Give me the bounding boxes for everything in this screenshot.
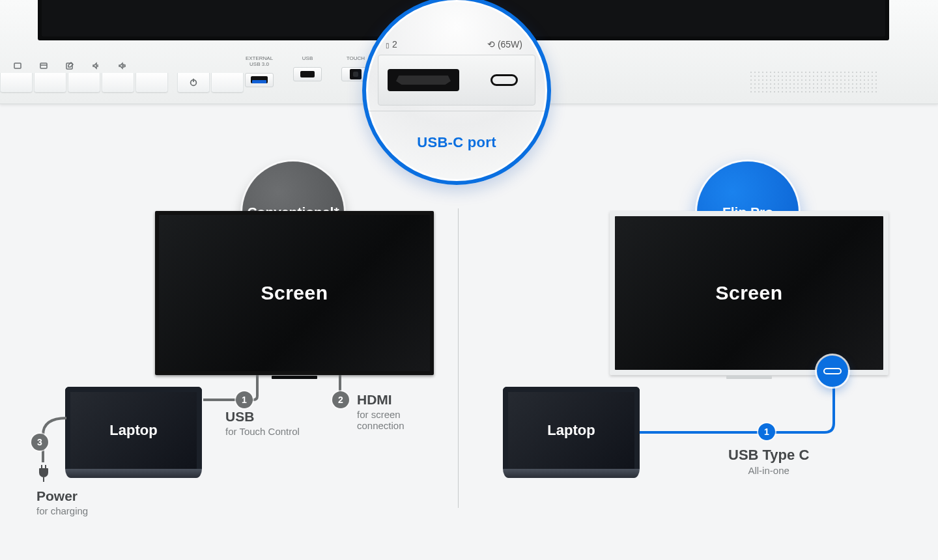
screen-label: Screen [261,282,328,304]
screen-label: Screen [715,282,782,304]
conventional-screen: Screen [155,211,434,375]
callout-title: Power [36,488,88,504]
callout-sub: for Touch Control [225,426,300,437]
hdmi-port-icon [388,69,459,91]
port-external-usb: EXTERNAL USB 3.0 [245,56,274,87]
laptop-label: Laptop [547,422,595,439]
power-button[interactable] [177,73,210,92]
edit-icon [65,61,74,70]
hdmi-callout: HDMI for screen connection [357,392,405,431]
svg-rect-0 [14,63,21,68]
power-icon [189,77,198,87]
front-button[interactable] [34,73,66,92]
step-dot-hdmi: 2 [332,391,349,408]
port-usb: USB [293,56,322,87]
callout-sub: for screen connection [357,409,405,431]
window-icon [39,61,48,70]
comparison-divider [458,208,459,508]
front-button[interactable] [68,73,100,92]
callout-title: USB Type C [728,447,809,464]
step-dot-power: 3 [31,434,48,451]
port-label: EXTERNAL USB 3.0 [246,56,273,68]
usbc-callout: USB Type C All-in-one [728,447,809,476]
usbc-port-icon [490,74,518,86]
front-port-strip: EXTERNAL USB 3.0 USB TOUCH [245,56,370,87]
magnified-port-panel [378,55,535,105]
volume-up-icon [117,61,126,70]
port-label: TOUCH [347,56,365,62]
speaker-grille [749,70,879,94]
power-plug-icon [36,464,51,486]
laptop-base [503,469,640,478]
usbc-slot-icon [823,368,842,374]
mag-annotation-left: ▯ 2 [386,39,397,49]
usbc-jack-icon [817,356,848,387]
screen-icon [13,61,22,70]
touch-port-icon [350,69,362,79]
flip-pro-screen: Screen [610,211,888,375]
usbc-port-label: USB-C port [366,134,547,151]
flip-pro-cable-line [625,362,847,453]
mag-annotation-right: ⟲ (65W) [487,39,522,49]
front-button-row [0,73,244,92]
usb-callout: USB for Touch Control [225,409,300,437]
front-button[interactable] [0,73,33,92]
callout-title: HDMI [357,392,405,408]
step-dot-usbc: 1 [758,423,775,440]
front-control-icons [13,61,126,70]
callout-title: USB [225,409,300,425]
front-button[interactable] [135,73,168,92]
usb-port-icon [300,71,315,77]
step-dot-usb: 1 [236,391,253,408]
callout-sub: All-in-one [728,465,809,476]
svg-rect-1 [40,63,47,68]
flip-pro-laptop: Laptop [503,387,640,478]
volume-down-icon [91,61,100,70]
magnifier-circle: ▯ 2 ⟲ (65W) USB-C port [362,0,551,185]
front-button[interactable] [211,73,244,92]
callout-sub: for charging [36,505,88,516]
usb-a-port-icon [251,76,268,83]
port-label: USB [302,56,313,62]
front-button[interactable] [102,73,134,92]
power-callout: Power for charging [36,488,88,516]
surface-edge [366,111,547,111]
